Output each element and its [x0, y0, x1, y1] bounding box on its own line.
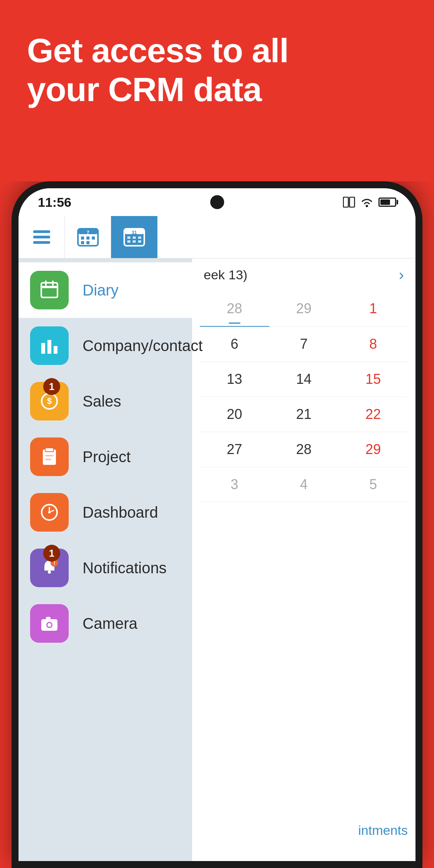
svg-rect-34	[45, 455, 54, 456]
cal-cell-29: 29	[269, 291, 339, 327]
week-view-button[interactable]: 7	[65, 216, 111, 258]
svg-rect-27	[41, 343, 45, 354]
svg-text:7: 7	[86, 230, 89, 235]
svg-point-2	[366, 205, 368, 207]
sales-label: Sales	[83, 393, 121, 410]
chevron-right-icon[interactable]: ›	[399, 266, 404, 284]
dashboard-label: Dashboard	[83, 504, 158, 521]
appointments-link[interactable]: intments	[358, 823, 408, 838]
wifi-icon	[360, 197, 374, 208]
status-icons	[343, 197, 396, 208]
diary-label: Diary	[83, 282, 118, 299]
cal-cell-7: 7	[269, 327, 339, 362]
week-icon: 7	[76, 226, 100, 249]
list-view-button[interactable]	[19, 216, 65, 258]
company-icon	[30, 326, 69, 365]
svg-rect-1	[350, 197, 355, 207]
battery-icon	[378, 198, 396, 207]
cal-cell-8: 8	[338, 327, 408, 362]
svg-rect-11	[92, 236, 95, 240]
notifications-label: Notifications	[83, 559, 167, 577]
cal-cell-13: 13	[200, 362, 269, 397]
sidebar: Diary Company/contact	[19, 258, 192, 861]
svg-rect-18	[133, 236, 136, 239]
cal-cell-1: 1	[338, 291, 408, 327]
status-bar: 11:56	[19, 188, 415, 216]
hero-section: Get access to all your CRM data	[0, 0, 434, 181]
phone-screen: 11:56	[19, 188, 415, 861]
cal-cell-21: 21	[269, 397, 339, 432]
svg-rect-12	[81, 241, 84, 244]
svg-point-43	[47, 623, 51, 627]
camera-label: Camera	[83, 615, 137, 632]
notifications-badge: 1	[43, 545, 60, 562]
cal-cell-3: 3	[200, 467, 269, 502]
sales-badge: 1	[43, 378, 60, 395]
svg-rect-3	[33, 230, 50, 233]
camera-icon-bg	[30, 604, 69, 643]
week-title: eek 13)	[204, 267, 247, 282]
sidebar-item-project[interactable]: Project	[19, 429, 192, 485]
svg-rect-13	[86, 241, 90, 244]
cal-cell-5: 5	[338, 467, 408, 502]
status-camera-notch	[210, 195, 224, 209]
svg-rect-23	[41, 283, 57, 297]
svg-rect-21	[133, 240, 136, 243]
cal-cell-4: 4	[269, 467, 339, 502]
sidebar-item-sales[interactable]: 1 $ Sales	[19, 373, 192, 429]
sidebar-item-dashboard[interactable]: Dashboard	[19, 485, 192, 540]
svg-rect-4	[33, 236, 50, 238]
svg-text:$: $	[47, 396, 52, 406]
cal-cell-20: 20	[200, 397, 269, 432]
cal-cell-14: 14	[269, 362, 339, 397]
toolbar: 7 31	[19, 216, 415, 258]
main-content: Diary Company/contact	[19, 258, 415, 861]
calendar-panel: eek 13) › 28 29 1 6 7 8 13 14 15	[192, 258, 415, 861]
cal-cell-27: 27	[200, 432, 269, 467]
svg-rect-44	[46, 617, 51, 620]
svg-rect-0	[343, 197, 348, 207]
svg-rect-5	[33, 241, 50, 244]
sim-icon	[343, 197, 355, 208]
svg-rect-19	[138, 236, 141, 239]
week-header: eek 13) ›	[200, 266, 408, 284]
list-icon	[30, 226, 53, 249]
svg-rect-24	[41, 286, 57, 288]
svg-point-37	[48, 511, 51, 513]
dashboard-icon	[30, 493, 69, 532]
cal-cell-6: 6	[200, 327, 269, 362]
cal-cell-28b: 28	[269, 432, 339, 467]
sidebar-item-notifications[interactable]: 1 ! Notifications	[19, 540, 192, 596]
project-icon	[30, 437, 69, 476]
svg-rect-10	[86, 236, 90, 240]
status-time: 11:56	[38, 195, 71, 210]
diary-icon	[30, 271, 69, 309]
svg-rect-17	[127, 236, 130, 239]
cal-cell-29b: 29	[338, 432, 408, 467]
sidebar-item-company[interactable]: Company/contact	[19, 318, 192, 373]
svg-rect-22	[138, 240, 141, 243]
sidebar-item-camera[interactable]: Camera	[19, 596, 192, 651]
svg-rect-9	[81, 236, 84, 240]
svg-rect-38	[48, 571, 51, 574]
svg-text:31: 31	[132, 230, 137, 235]
svg-rect-29	[54, 346, 57, 354]
svg-rect-35	[45, 459, 51, 460]
svg-rect-33	[45, 448, 54, 452]
sidebar-item-diary[interactable]: Diary	[19, 262, 192, 318]
cal-cell-15: 15	[338, 362, 408, 397]
calendar-grid: 28 29 1 6 7 8 13 14 15 20 21 22 27	[200, 291, 408, 502]
month-icon: 31	[123, 226, 146, 249]
company-label: Company/contact	[83, 337, 203, 355]
phone-frame: 11:56	[12, 181, 422, 868]
hero-text: Get access to all your CRM data	[27, 31, 407, 109]
cal-cell-22: 22	[338, 397, 408, 432]
month-view-button[interactable]: 31	[111, 216, 157, 258]
svg-rect-20	[127, 240, 130, 243]
project-label: Project	[83, 448, 131, 466]
cal-cell-28: 28	[200, 291, 269, 327]
svg-rect-28	[47, 340, 51, 354]
